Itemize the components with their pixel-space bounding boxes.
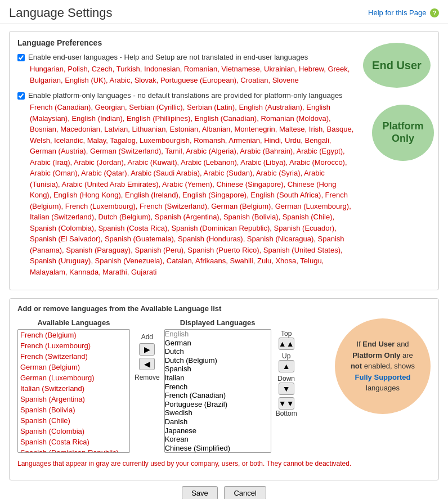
preferences-title: Language Preferences [17,38,431,47]
top-button[interactable]: ▲▲ [279,338,294,350]
platform-only-bubble: Platform Only [372,105,434,161]
add-button[interactable]: ▶ [139,343,155,356]
page-header: Language Settings Help for this Page ? [0,0,448,24]
up-btn-group: Up ▲ [279,352,294,372]
add-label: Add [141,333,153,341]
available-label: Available Languages [38,318,110,327]
top-bottom-buttons: Top ▲▲ Up ▲ Down ▼ ▼▼ Bottom [271,330,302,417]
save-button[interactable]: Save [182,486,218,499]
platform-only-row: Enable platform-only languages - no defa… [17,91,431,100]
preferences-section: Language Preferences Enable end-user lan… [9,31,439,290]
down-btn-group: Down ▼ [277,375,295,395]
end-user-bubble: End User [363,43,431,88]
footer-buttons: Save Cancel [9,486,439,499]
up-label: Up [282,352,290,360]
end-user-checkbox[interactable] [17,54,25,61]
available-languages-listbox[interactable]: French (Belgium)French (Luxembourg)Frenc… [17,329,130,453]
bottom-label: Bottom [276,410,297,417]
remove-button[interactable]: ◀ [139,358,155,370]
down-button[interactable]: ▼ [279,383,294,395]
page-title: Language Settings [9,6,113,20]
cancel-button[interactable]: Cancel [224,486,266,499]
available-languages-column: Available Languages French (Belgium)Fren… [17,318,130,453]
displayed-label: Displayed Languages [180,318,256,327]
add-remove-section: Add or remove languages from the Availab… [9,298,439,480]
help-icon: ? [430,8,439,17]
add-remove-title: Add or remove languages from the Availab… [17,304,431,313]
remove-label: Remove [135,374,160,381]
displayed-languages-listbox[interactable]: EnglishGermanDutchDutch (Belgium)Spanish… [164,329,271,453]
top-btn-group: Top ▲▲ [279,330,294,350]
note-text: Languages that appear in gray are curren… [17,458,431,469]
help-link-area: Help for this Page ? [368,8,439,18]
bottom-btn-group: ▼▼ Bottom [276,397,297,417]
platform-only-languages: French (Canadian), Georgian, Serbian (Cy… [30,102,356,277]
end-user-languages: Hungarian, Polish, Czech, Turkish, Indon… [30,64,356,86]
end-user-label: Enable end-user languages - Help and Set… [28,53,308,61]
fully-supported-text: If End User and Platform Only are not en… [346,339,419,394]
platform-only-label: Enable platform-only languages - no defa… [28,91,343,100]
add-remove-buttons: Add ▶ ◀ Remove [130,332,164,381]
platform-only-checkbox[interactable] [17,92,25,100]
top-label: Top [281,330,292,338]
bottom-button[interactable]: ▼▼ [279,397,294,410]
up-button[interactable]: ▲ [279,360,294,372]
fully-supported-bubble: If End User and Platform Only are not en… [335,318,431,414]
displayed-languages-column: Displayed Languages EnglishGermanDutchDu… [164,318,271,453]
main-content: Language Preferences Enable end-user lan… [0,24,448,499]
language-lists-container: Available Languages French (Belgium)Fren… [17,318,431,453]
help-link[interactable]: Help for this Page [368,8,426,17]
down-label: Down [277,375,295,383]
